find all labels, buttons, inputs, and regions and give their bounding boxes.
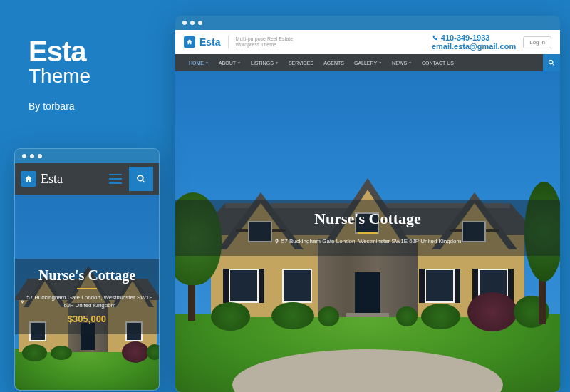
- mobile-hero: Nurse's Cottage 57 Buckingham Gate Londo…: [15, 195, 159, 391]
- hero-overlay: Nurse's Cottage 57 Buckingham Gate Londo…: [175, 200, 560, 256]
- site-logo[interactable]: Esta: [184, 36, 221, 48]
- main-nav: HOME▼ ABOUT▼ LISTINGS▼ SERVICES AGENTS G…: [175, 54, 560, 71]
- desktop-preview-frame: Esta Multi-purpose Real Estate Wordpress…: [175, 16, 560, 392]
- property-title: Nurse's Cottage: [175, 210, 560, 228]
- logo-icon: [184, 36, 195, 48]
- search-button[interactable]: [543, 54, 560, 71]
- mobile-property-price: $305,000: [15, 314, 159, 324]
- mobile-preview-frame: Esta: [14, 148, 160, 391]
- nav-news[interactable]: NEWS▼: [387, 61, 417, 66]
- promo-byline: By torbara: [28, 100, 90, 112]
- promo-subtitle: Theme: [28, 65, 90, 88]
- nav-contact[interactable]: CONTACT US: [417, 61, 459, 66]
- promo-text: Esta Theme By torbara: [28, 36, 90, 112]
- nav-listings[interactable]: LISTINGS▼: [246, 61, 284, 66]
- mobile-hero-overlay: Nurse's Cottage 57 Buckingham Gate Londo…: [15, 259, 159, 334]
- browser-chrome: [175, 16, 560, 30]
- mobile-property-title: Nurse's Cottage: [15, 267, 159, 284]
- logo-text: Esta: [200, 36, 221, 48]
- nav-home[interactable]: HOME▼: [184, 61, 214, 66]
- site-header: Esta Multi-purpose Real Estate Wordpress…: [175, 30, 560, 54]
- mobile-property-address: 57 Buckingham Gate London, Westminster S…: [15, 294, 159, 309]
- browser-chrome: [15, 149, 159, 163]
- promo-title: Esta: [28, 36, 90, 68]
- nav-agents[interactable]: AGENTS: [318, 61, 349, 66]
- property-address: 57 Buckingham Gate London, Westminster S…: [175, 238, 560, 244]
- header-phone[interactable]: 410-349-1933 email.esta@gmail.com: [432, 33, 516, 51]
- header-tagline: Multi-purpose Real Estate Wordpress Them…: [236, 36, 294, 48]
- nav-services[interactable]: SERVICES: [284, 61, 318, 66]
- hero-section: Nurse's Cottage 57 Buckingham Gate Londo…: [175, 71, 560, 392]
- house-illustration: [175, 135, 560, 392]
- nav-about[interactable]: ABOUT▼: [214, 61, 246, 66]
- nav-gallery[interactable]: GALLERY▼: [349, 61, 387, 66]
- login-button[interactable]: Log in: [523, 36, 551, 48]
